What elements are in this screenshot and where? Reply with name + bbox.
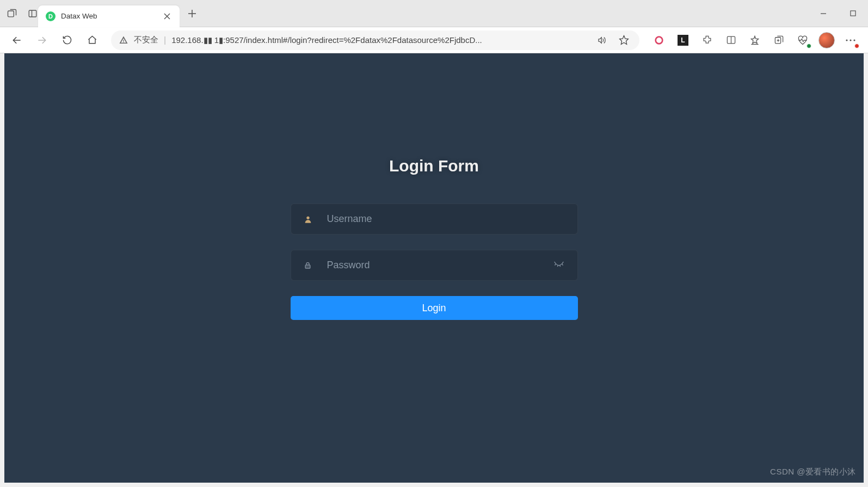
browser-tab[interactable]: D Datax Web [38,5,180,27]
address-separator: | [164,35,166,45]
svg-point-23 [306,216,309,219]
window-maximize-button[interactable] [838,3,868,24]
read-aloud-icon[interactable] [594,30,610,51]
password-input[interactable] [314,260,551,271]
password-field[interactable] [291,250,578,281]
watermark-text: CSDN @爱看书的小沐 [770,467,856,477]
more-menu-button[interactable] [840,30,861,51]
svg-rect-8 [851,11,855,16]
svg-point-22 [853,39,855,41]
login-form: Login Form Login [4,53,864,320]
svg-point-12 [656,36,663,44]
wellness-button[interactable] [792,30,814,51]
svg-line-25 [555,264,556,266]
browser-toolbar: 不安全 | 192.168.▮▮ 1▮:9527/index.html#/log… [0,27,868,53]
sidebar-toggle-icon[interactable] [27,8,38,19]
svg-line-28 [562,264,563,266]
tab-favicon-icon: D [46,11,56,21]
lock-icon [302,261,314,269]
extensions-button[interactable] [696,30,718,51]
extension-l-icon[interactable]: L [672,30,694,51]
page-content: Login Form Login CSDN @爱看书的小沐 [4,53,864,483]
browser-titlebar: D Datax Web [0,0,868,27]
favorite-button[interactable] [615,30,632,51]
svg-marker-11 [619,36,628,45]
svg-point-21 [849,39,851,41]
address-bar[interactable]: 不安全 | 192.168.▮▮ 1▮:9527/index.html#/log… [111,30,639,50]
login-button[interactable]: Login [291,296,578,320]
window-minimize-button[interactable] [808,3,838,24]
profile-avatar[interactable] [816,30,838,51]
security-label: 不安全 [134,35,158,45]
svg-marker-15 [751,36,758,43]
home-button[interactable] [82,30,102,51]
not-secure-icon [119,35,128,45]
svg-rect-1 [29,10,36,17]
favorites-list-button[interactable] [744,30,766,51]
username-field[interactable] [291,204,578,235]
user-icon [302,215,314,224]
extension-circle-icon[interactable] [648,30,670,51]
split-screen-button[interactable] [720,30,742,51]
url-text: 192.168.▮▮ 1▮:9527/index.html#/login?red… [171,35,588,45]
tab-overview-icon[interactable] [7,8,17,19]
svg-line-27 [559,265,560,267]
collections-button[interactable] [768,30,790,51]
back-button[interactable] [7,30,27,51]
tab-close-button[interactable] [162,11,172,21]
svg-rect-0 [8,11,14,17]
refresh-button[interactable] [57,30,77,51]
tab-title: Datax Web [61,12,157,20]
new-tab-button[interactable] [183,4,201,23]
svg-rect-24 [305,265,310,268]
login-title: Login Form [389,157,479,175]
window-controls [808,3,868,24]
svg-point-20 [846,39,847,41]
svg-line-26 [557,265,558,267]
forward-button[interactable] [32,30,52,51]
toggle-password-visibility-button[interactable] [551,258,567,273]
username-input[interactable] [314,213,567,225]
